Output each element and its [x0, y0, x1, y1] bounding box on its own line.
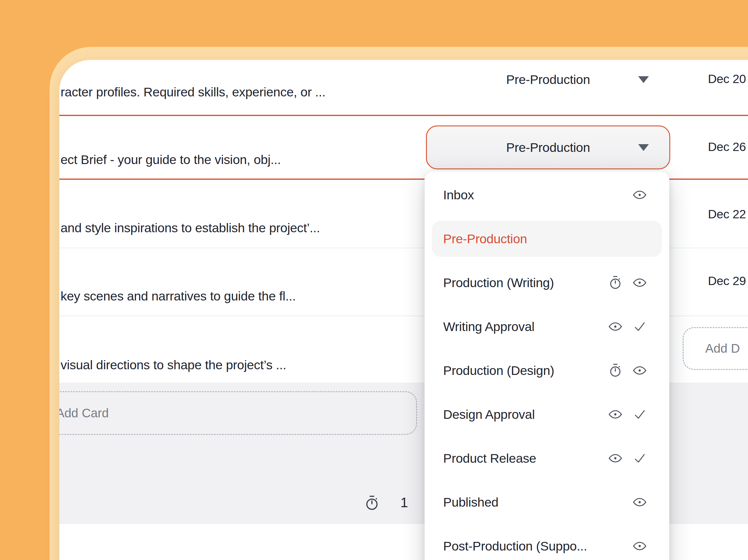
dropdown-item-inbox[interactable]: Inbox: [425, 173, 669, 217]
table-row-title[interactable]: racter profiles. Required skills, experi…: [61, 85, 326, 99]
dropdown-item-design-approval[interactable]: Design Approval: [425, 392, 669, 436]
timer-icon: [608, 275, 622, 290]
eye-icon: [633, 366, 647, 375]
eye-icon: [633, 498, 647, 507]
dropdown-item-production-design[interactable]: Production (Design): [425, 348, 669, 392]
dropdown-item-label: Inbox: [443, 188, 474, 202]
check-icon: [633, 320, 647, 333]
dropdown-item-icons: [608, 275, 647, 290]
dropdown-item-production-writing[interactable]: Production (Writing): [425, 261, 669, 305]
dropdown-item-label: Production (Writing): [443, 275, 554, 290]
chevron-down-icon: [638, 76, 649, 83]
due-date-cell[interactable]: Dec 22: [708, 207, 746, 221]
dropdown-item-icons: [633, 190, 647, 199]
hero-canvas: racter profiles. Required skills, experi…: [0, 0, 748, 560]
dropdown-item-icons: [608, 408, 647, 421]
dropdown-item-icons: [608, 320, 647, 333]
dropdown-item-icons: [608, 363, 647, 378]
table-row-title[interactable]: key scenes and narratives to guide the f…: [61, 289, 296, 303]
timer-icon: [366, 495, 378, 511]
dropdown-item-writing-approval[interactable]: Writing Approval: [425, 305, 669, 348]
stage-cell-label: Pre-Production: [506, 72, 590, 87]
dropdown-item-icons: [633, 542, 647, 551]
check-icon: [633, 452, 647, 464]
dropdown-item-label: Published: [443, 495, 498, 510]
dropdown-item-label: Product Release: [443, 451, 536, 466]
dropdown-item-label: Pre-Production: [443, 232, 527, 246]
stage-dropdown-menu: InboxPre-ProductionProduction (Writing)W…: [424, 171, 669, 560]
table-row-title[interactable]: visual directions to shape the project’s…: [61, 358, 286, 372]
add-card-label: Add Card: [60, 406, 109, 420]
eye-icon: [608, 410, 622, 419]
table-row-title[interactable]: ect Brief - your guide to the vision, ob…: [61, 152, 281, 167]
dropdown-item-label: Post-Production (Suppo...: [443, 539, 587, 554]
table-row-title[interactable]: and style inspirations to establish the …: [61, 221, 320, 235]
eye-icon: [633, 542, 647, 551]
stage-cell[interactable]: Pre-Production: [426, 67, 670, 93]
group-summary: 1: [366, 495, 408, 511]
due-date-cell[interactable]: Dec 29: [708, 274, 746, 288]
stage-dropdown-trigger-label: Pre-Production: [506, 140, 590, 155]
timer-total-count: 1: [400, 494, 408, 510]
dropdown-item-label: Writing Approval: [443, 319, 535, 334]
row-highlight-line-top: [60, 115, 748, 116]
dropdown-item-product-release[interactable]: Product Release: [425, 436, 669, 480]
chevron-down-icon: [638, 144, 649, 151]
due-date-cell[interactable]: Dec 20: [708, 72, 746, 86]
eye-icon: [608, 454, 622, 463]
dropdown-item-published[interactable]: Published: [425, 480, 669, 524]
eye-icon: [608, 322, 622, 331]
due-date-cell[interactable]: Dec 26: [708, 140, 746, 154]
dropdown-item-icons: [633, 498, 647, 507]
add-card-button[interactable]: Add Card: [60, 391, 417, 435]
add-date-button[interactable]: Add D: [683, 327, 748, 370]
stage-dropdown-trigger[interactable]: Pre-Production: [426, 125, 670, 169]
dropdown-item-icons: [608, 452, 647, 464]
dropdown-item-pre-production[interactable]: Pre-Production: [425, 217, 669, 261]
add-date-label: Add D: [705, 341, 740, 356]
eye-icon: [633, 278, 647, 287]
dropdown-item-label: Design Approval: [443, 407, 535, 422]
dropdown-item-post-production-suppo[interactable]: Post-Production (Suppo...: [425, 524, 669, 560]
dropdown-item-label: Production (Design): [443, 363, 554, 378]
eye-icon: [633, 190, 647, 199]
app-window: racter profiles. Required skills, experi…: [60, 60, 748, 560]
timer-icon: [608, 363, 622, 378]
check-icon: [633, 408, 647, 421]
